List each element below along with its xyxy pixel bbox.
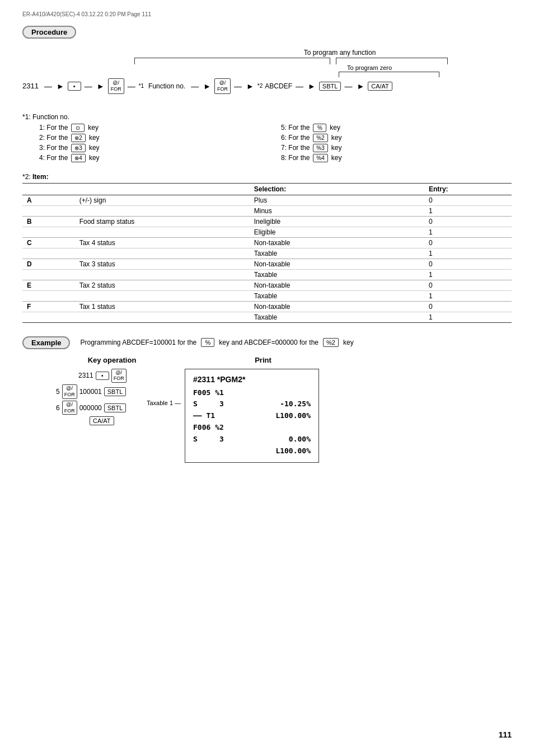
key-operation-section: Key operation 2311 • @/FOR 5 @/FOR 10000… [56,356,168,463]
table-row: Taxable 1 [22,248,512,259]
note-row-6: 6: For the %2 key [281,133,512,143]
print-header: #2311 *PGM2* [193,375,311,384]
table-row: Taxable 1 [22,290,512,301]
key-op-row-3: 6 @/FOR 000000 SBTL [56,401,126,415]
col-header-entry: Entry: [424,183,512,195]
note-row-2: 2: For the ⊗2 key [39,133,270,143]
caat-key: CA/AT [368,82,392,91]
table-row: Eligible 1 [22,227,512,237]
key-op-row-1: 2311 • @/FOR [56,369,127,383]
diagram-section: To program any function To program zero … [22,49,512,100]
key-op-row-4: CA/AT [56,416,114,425]
diagram-label-any: To program any function [168,49,512,57]
print-box: #2311 *PGM2* F005 %1 S 3-10.25% —— T1L10… [185,369,319,463]
table-row: A (+/-) sign Plus 0 [22,195,512,205]
footnote1-section: *1: Function no. 1: For the ⊙ key 5: For… [22,113,512,163]
example-mid: key and ABCDEF=000000 for the [219,339,318,346]
print-line-6: L100.00% [193,445,311,457]
for-key-1: @/FOR [108,78,124,94]
print-line-3: —— T1L100.00% [193,410,311,422]
note-row-3: 3: For the ⊗3 key [39,143,270,153]
print-title: Print [185,356,341,364]
table-row: D Tax 3 status Non-taxable 0 [22,259,512,269]
page-number: 111 [499,730,512,739]
table-row: Taxable 1 [22,312,512,322]
example-key2: %2 [323,338,339,347]
taxable-label: Taxable 1 — [147,400,181,406]
header-meta: ER-A410/A420(SEC)-4 03.12.22 0:20 PM Pag… [22,11,512,17]
abcdef-label: ABCDEF [265,82,292,90]
col-header-item2 [75,183,250,195]
for-key-2: @/FOR [214,78,231,94]
example-badge: Example [22,336,70,349]
example-section: Example Programming ABCDEF=100001 for th… [22,336,512,463]
print-line-5: S 30.00% [193,434,311,445]
table-row: B Food stamp status Ineligible 0 [22,216,512,227]
note-row-1: 1: For the ⊙ key [39,123,270,133]
flow-row: 2311 — ► • — ► @/FOR — *1 Function no. —… [22,78,512,94]
table-row: E Tax 2 status Non-taxable 0 [22,280,512,290]
note-row-8: 8: For the %4 key [281,153,512,163]
table-row: Taxable 1 [22,269,512,280]
example-end: key [343,339,354,346]
sbtl-key: SBTL [319,82,341,91]
col-header-selection: Selection: [250,183,424,195]
item-table: Selection: Entry: A (+/-) sign Plus 0 Mi… [22,183,512,323]
key-op-row-2: 5 @/FOR 100001 SBTL [56,384,126,399]
note-row-7: 7: For the %3 key [281,143,512,153]
table-section: *2: Item: Selection: Entry: A (+/-) sign… [22,173,512,323]
key-op-title: Key operation [56,356,168,364]
table-row: F Tax 1 status Non-taxable 0 [22,301,512,312]
function-no-label: Function no. [148,82,185,90]
table-row: C Tax 4 status Non-taxable 0 [22,237,512,248]
col-header-item [22,183,75,195]
example-key1: % [201,338,214,347]
dot-key: • [68,82,81,91]
note-row-4: 4: For the ⊗4 key [39,153,270,163]
table-row: Minus 1 [22,205,512,216]
note-row-5: 5: For the % key [281,123,512,133]
procedure-badge: Procedure [22,26,76,39]
example-desc: Programming ABCDEF=100001 for the [80,339,196,346]
print-line-2: S 3-10.25% [193,398,311,410]
flow-number: 2311 [22,82,39,90]
print-line-4: F006 %2 [193,422,311,434]
print-line-1: F005 %1 [193,387,311,399]
footnote1-title: *1: Function no. [22,113,512,121]
print-section: Print Taxable 1 — #2311 *PGM2* F005 %1 S… [185,356,341,463]
footnote2-label: *2: Item: [22,173,512,181]
